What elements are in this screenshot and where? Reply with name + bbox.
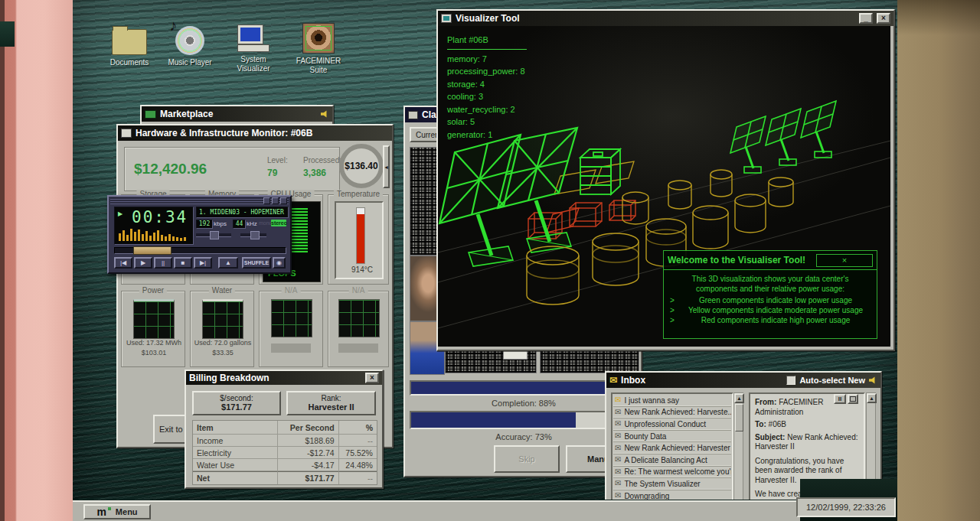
seek-bar[interactable]	[114, 247, 286, 254]
speaker-icon[interactable]	[321, 110, 329, 118]
marketplace-titlebar[interactable]: Marketplace	[142, 106, 332, 122]
prev-button[interactable]: |◀	[114, 257, 132, 269]
message-subject: Bounty Data	[624, 432, 666, 441]
repeat-button[interactable]: ◉	[273, 257, 286, 269]
balance-value: $12,420.96	[134, 161, 207, 177]
billing-titlebar[interactable]: Billing Breakdown ×	[186, 371, 382, 385]
scroll-up-icon[interactable]: ▲	[867, 393, 877, 403]
billing-row-item: Water Use	[193, 459, 277, 471]
stat-line: memory: 7	[447, 53, 527, 66]
power-chart	[133, 299, 175, 339]
skip-button[interactable]: Skip	[494, 445, 560, 473]
player-menu-icon[interactable]	[263, 197, 270, 204]
scroll-thumb[interactable]	[735, 404, 743, 431]
player-titlebar[interactable]	[110, 197, 289, 204]
pause-button[interactable]: II	[834, 394, 846, 404]
play-state-icon: ▶	[118, 210, 122, 217]
stop-button[interactable]: ■	[174, 257, 192, 269]
message-row[interactable]: ✉The System Visualizer	[613, 478, 731, 490]
player-lcd: ▶ 00:34	[114, 207, 194, 245]
window-billing: Billing Breakdown × $/second: $171.77 Ra…	[185, 370, 384, 489]
next-button[interactable]: ▶|	[194, 257, 212, 269]
water-label: Water	[209, 286, 235, 295]
envelope-icon: ✉	[615, 420, 621, 428]
pause-button[interactable]: ||	[154, 257, 172, 269]
welcome-title: Welcome to the Visualiser Tool!	[668, 255, 805, 265]
restore-button[interactable]	[848, 394, 858, 404]
desktop-icon-music-player[interactable]: ♪ Music Player	[160, 21, 220, 67]
inbox-titlebar[interactable]: ✉ Inbox Auto-select New	[606, 373, 880, 388]
col-header: Per Second	[277, 421, 338, 435]
close-icon[interactable]	[280, 197, 287, 204]
monitor-titlebar[interactable]: Hardware & Infrastructure Monitor: #06B	[118, 125, 392, 141]
minimize-icon[interactable]	[272, 197, 279, 204]
power-cost: $103.01	[122, 349, 186, 357]
level-value: 79	[267, 168, 277, 178]
message-row[interactable]: ✉New Rank Achieved: Harveste...	[613, 407, 731, 419]
plant-stats: Plant #06B memory: 7 processing_power: 8…	[447, 34, 527, 141]
collapse-button[interactable]: ◄	[383, 145, 390, 188]
processed-value: 3,386	[303, 168, 326, 178]
message-row[interactable]: ✉New Rank Achieved: Harvester I	[613, 442, 731, 454]
stat-line: generator: 1	[447, 129, 527, 142]
speaker-icon[interactable]	[869, 376, 877, 384]
envelope-icon: ✉	[615, 444, 621, 452]
eq-slider-handle[interactable]	[210, 231, 219, 239]
na-button[interactable]	[338, 344, 378, 353]
billing-row-pct: --	[338, 471, 377, 484]
na-label: N/A	[349, 286, 368, 295]
close-icon[interactable]: ×	[877, 13, 890, 24]
time-display: 00:34	[132, 208, 188, 226]
accuracy-label: Accuracy: 73%	[410, 432, 638, 441]
temperature-group: Temperature 914°C	[328, 194, 389, 285]
desktop-icon-documents[interactable]: Documents	[100, 21, 159, 67]
eject-button[interactable]: ▲	[218, 257, 238, 269]
message-row[interactable]: ✉A Delicate Balancing Act	[613, 454, 731, 467]
welcome-intro: This 3D visualization shows your data ce…	[670, 274, 871, 294]
eq-slider[interactable]	[196, 233, 231, 237]
marketplace-title: Marketplace	[160, 109, 317, 119]
balance-slider-handle[interactable]	[250, 231, 260, 239]
welcome-bullet: Red components indicate high power usage	[681, 315, 871, 325]
billing-row-pct: 24.48%	[338, 459, 377, 471]
message-row[interactable]: ✉Unprofessional Conduct	[613, 418, 731, 431]
close-icon[interactable]: ×	[365, 373, 379, 383]
shuffle-button[interactable]: SHUFFLE	[242, 257, 271, 269]
seek-handle[interactable]	[133, 246, 172, 255]
track-title[interactable]: 1. MIDDEN03 - HOPEMINER (4:17)	[196, 207, 289, 218]
logo-dot	[108, 507, 111, 510]
message-subject: The System Visualizer	[624, 480, 700, 488]
billing-row-item: Electricity	[193, 447, 277, 459]
na-group-1: N/A	[259, 291, 323, 367]
billing-title: Billing Breakdown	[189, 373, 361, 383]
billing-row-value: $171.77	[277, 471, 338, 484]
message-list-scrollbar[interactable]: ▲	[733, 392, 743, 504]
close-icon[interactable]: ×	[816, 254, 873, 267]
crt-screenshot: Documents ♪ Music Player System Visualiz…	[0, 0, 980, 521]
desktop-icon-system-visualizer[interactable]: System Visualizer	[224, 18, 283, 73]
play-button[interactable]: ▶	[134, 257, 152, 269]
message-row[interactable]: ✉Re: The warmest welcome you'r...	[613, 467, 731, 479]
scroll-up-icon[interactable]: ▲	[734, 393, 744, 403]
message-row[interactable]: ✉I just wanna say	[613, 395, 731, 407]
minimize-icon[interactable]: _	[859, 13, 873, 24]
bezel-shadow	[897, 0, 980, 35]
faceminer-logo: m	[96, 506, 106, 517]
desktop-icon-faceminer-suite[interactable]: FACEMINER Suite	[289, 20, 348, 75]
na-button[interactable]	[271, 344, 311, 353]
autoselect-checkbox[interactable]	[786, 376, 795, 385]
stereo-indicator: stereo	[271, 220, 286, 226]
billing-row-item: Income	[193, 435, 277, 447]
bitrate-unit: kbps	[214, 220, 227, 227]
welcome-bullet: Yellow components indicate moderate powe…	[681, 305, 871, 315]
visualizer-titlebar[interactable]: Visualizer Tool _ ×	[438, 11, 893, 26]
message-row[interactable]: ✉Bounty Data	[613, 431, 731, 443]
balance-slider[interactable]	[240, 233, 266, 237]
rank-value: Harvester II	[309, 402, 354, 412]
menu-button[interactable]: m Menu	[83, 504, 151, 519]
rate-gauge: $136.40	[339, 144, 384, 188]
envelope-icon: ✉	[615, 492, 621, 500]
temperature-label: Temperature	[334, 190, 383, 198]
power-label: Power	[139, 286, 167, 295]
envelope-icon: ✉	[615, 432, 621, 440]
